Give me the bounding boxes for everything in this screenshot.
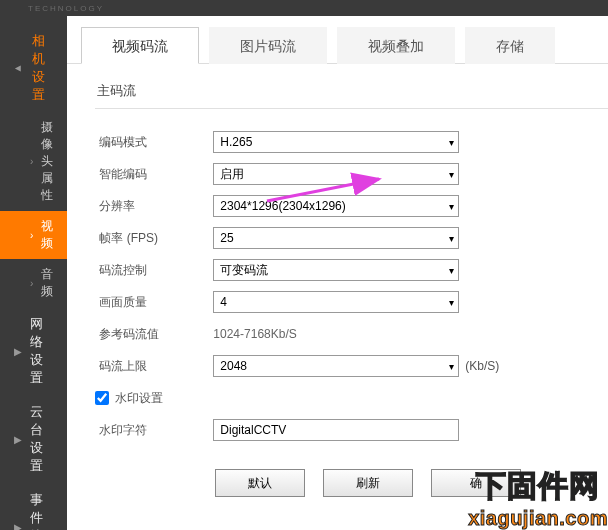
- refresh-button[interactable]: 刷新: [323, 469, 413, 497]
- chevron-down-icon: ▾: [449, 361, 454, 372]
- resolution-label: 分辨率: [95, 198, 213, 215]
- chevron-down-icon: ▾: [449, 137, 454, 148]
- watermark-line1: 下固件网: [468, 466, 608, 507]
- smart-encode-label: 智能编码: [95, 166, 213, 183]
- nav-group-network[interactable]: ▶ 网络设置: [0, 307, 67, 395]
- panel-title: 主码流: [95, 82, 608, 109]
- sidebar-item-label: 视频: [41, 218, 53, 252]
- watermark-text-label: 水印字符: [95, 422, 213, 439]
- nav-group-event[interactable]: ▶ 事件管理: [0, 483, 67, 530]
- chevron-down-icon: ▾: [449, 297, 454, 308]
- brand-bar: TECHNOLOGY: [0, 0, 608, 16]
- fps-label: 帧率 (FPS): [95, 230, 213, 247]
- nav-group-label: 事件管理: [30, 491, 53, 530]
- watermark-checkbox[interactable]: [95, 391, 109, 405]
- encode-mode-label: 编码模式: [95, 134, 213, 151]
- tab-video-overlay[interactable]: 视频叠加: [337, 27, 455, 64]
- nav-group-ptz[interactable]: ▶ 云台设置: [0, 395, 67, 483]
- sidebar-item-label: 音频: [41, 266, 53, 300]
- bitrate-control-label: 码流控制: [95, 262, 213, 279]
- quality-label: 画面质量: [95, 294, 213, 311]
- triangle-right-icon: ▶: [14, 434, 22, 445]
- chevron-right-icon: ›: [30, 278, 33, 289]
- encode-mode-select[interactable]: H.265 ▾: [213, 131, 459, 153]
- ref-bitrate-label: 参考码流值: [95, 326, 213, 343]
- triangle-down-icon: ▼: [13, 63, 24, 73]
- bitrate-control-select[interactable]: 可变码流 ▾: [213, 259, 459, 281]
- chevron-down-icon: ▾: [449, 233, 454, 244]
- nav-group-label: 云台设置: [30, 403, 53, 475]
- bitrate-max-select[interactable]: 2048 ▾: [213, 355, 459, 377]
- tab-image-stream[interactable]: 图片码流: [209, 27, 327, 64]
- triangle-right-icon: ▶: [14, 522, 22, 531]
- tabs: 视频码流 图片码流 视频叠加 存储: [67, 26, 608, 64]
- nav-group-label: 相机设置: [32, 32, 53, 104]
- smart-encode-select[interactable]: 启用 ▾: [213, 163, 459, 185]
- sidebar: ▼ 相机设置 › 摄像头属性 › 视频 › 音频 ▶ 网络设置 ▶ 云台设置 ▶…: [0, 16, 67, 530]
- nav-group-camera[interactable]: ▼ 相机设置: [0, 24, 67, 112]
- main-stream-panel: 主码流 编码模式 H.265 ▾ 智能编码 启用 ▾ 分辨率 2304*1296…: [67, 64, 608, 497]
- chevron-right-icon: ›: [30, 230, 33, 241]
- chevron-down-icon: ▾: [449, 169, 454, 180]
- chevron-down-icon: ▾: [449, 201, 454, 212]
- watermark-cfg-label: 水印设置: [115, 390, 163, 407]
- default-button[interactable]: 默认: [215, 469, 305, 497]
- sidebar-item-label: 摄像头属性: [41, 119, 53, 204]
- resolution-select[interactable]: 2304*1296(2304x1296) ▾: [213, 195, 459, 217]
- ref-bitrate-value: 1024-7168Kb/S: [213, 327, 296, 341]
- watermark-text-input[interactable]: [213, 419, 459, 441]
- nav-group-label: 网络设置: [30, 315, 53, 387]
- tab-video-stream[interactable]: 视频码流: [81, 27, 199, 64]
- chevron-down-icon: ▾: [449, 265, 454, 276]
- sidebar-item-video[interactable]: › 视频: [0, 211, 67, 259]
- content: 视频码流 图片码流 视频叠加 存储 主码流 编码模式 H.265 ▾ 智能编码 …: [67, 16, 608, 530]
- watermark-line2: xiagujian.com: [468, 507, 608, 530]
- sidebar-item-camera-props[interactable]: › 摄像头属性: [0, 112, 67, 211]
- fps-select[interactable]: 25 ▾: [213, 227, 459, 249]
- quality-select[interactable]: 4 ▾: [213, 291, 459, 313]
- site-watermark: 下固件网 xiagujian.com: [468, 466, 608, 530]
- bitrate-max-unit: (Kb/S): [465, 359, 499, 373]
- tab-storage[interactable]: 存储: [465, 27, 555, 64]
- bitrate-max-label: 码流上限: [95, 358, 213, 375]
- triangle-right-icon: ▶: [14, 346, 22, 357]
- brand-subtext: TECHNOLOGY: [28, 4, 104, 13]
- chevron-right-icon: ›: [30, 156, 33, 167]
- sidebar-item-audio[interactable]: › 音频: [0, 259, 67, 307]
